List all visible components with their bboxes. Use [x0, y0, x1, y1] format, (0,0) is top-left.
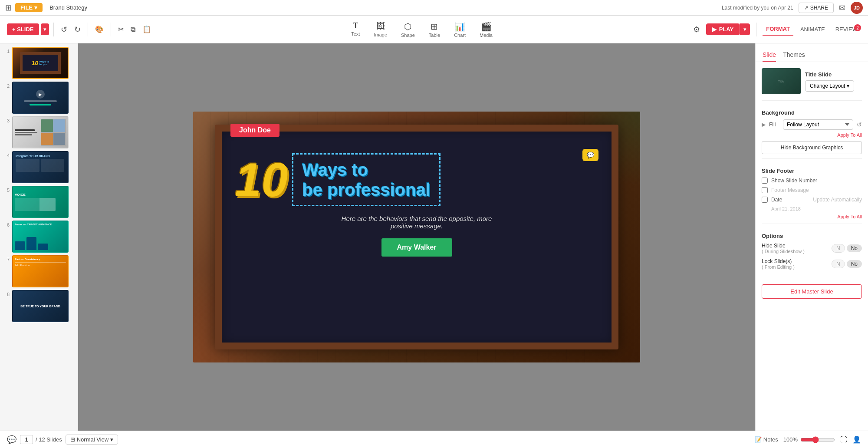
top-bar-right: Last modified by you on Apr 21 ↗ SHARE ✉… — [722, 2, 863, 14]
tab-format[interactable]: FORMAT — [763, 23, 793, 36]
grid-icon[interactable]: ⊞ — [5, 3, 12, 13]
ways-to-line: Ways to be professional — [302, 160, 431, 200]
undo-button[interactable]: ↺ — [58, 22, 70, 37]
slide-number-1: 1 — [3, 49, 10, 54]
current-page-input[interactable] — [20, 435, 33, 444]
show-slide-number-checkbox[interactable] — [762, 178, 768, 184]
slide-thumb-7[interactable]: 7 Partner Consistency Add Emotion — [3, 255, 74, 287]
text-label: Text — [351, 31, 360, 36]
lock-slide-no-value[interactable]: No — [847, 260, 862, 268]
slide-preview-5[interactable]: VOICE — [12, 186, 69, 218]
zoom-slider[interactable] — [800, 436, 835, 443]
slide-thumb-4[interactable]: 4 Integrate YOUR BRAND — [3, 151, 74, 183]
slide-thumb-1[interactable]: 1 10 Ways tobe pro — [3, 47, 74, 79]
redo-button[interactable]: ↻ — [72, 22, 83, 37]
notes-label: Notes — [763, 436, 778, 443]
slide-preview-2[interactable]: ▶ — [12, 82, 69, 114]
panel-content: Title Title Slide Change Layout ▾ Backgr… — [756, 62, 868, 280]
lock-slide-toggle[interactable]: N No — [832, 260, 862, 268]
edit-master-slide-button[interactable]: Edit Master Slide — [762, 284, 862, 299]
apply-to-all-link-footer[interactable]: Apply To All — [762, 214, 862, 219]
toggle-yes-option[interactable]: N — [832, 244, 845, 253]
slide-thumb-8[interactable]: 8 BE TRUE TO YOUR BRAND — [3, 290, 74, 322]
slide-thumb-2[interactable]: 2 ▶ — [3, 82, 74, 114]
lock-slide-label: Lock Slide(s) — [762, 258, 795, 264]
slide-preview-4[interactable]: Integrate YOUR BRAND — [12, 151, 69, 183]
number-display: 10 — [235, 156, 288, 204]
page-navigation: / 12 Slides — [20, 435, 62, 444]
slide-subtitle: Here are the behaviors that send the opp… — [342, 215, 492, 230]
comment-icon[interactable]: 💬 — [7, 435, 16, 445]
avatar[interactable]: JD — [851, 2, 863, 14]
chart-label: Chart — [454, 33, 466, 38]
hide-slide-toggle[interactable]: N No — [832, 244, 862, 253]
chevron-down-icon: ▾ — [34, 4, 37, 11]
main-area: 1 10 Ways tobe pro 2 ▶ — [0, 43, 868, 431]
tab-animate[interactable]: ANIMATE — [797, 23, 829, 35]
play-label: PLAY — [719, 26, 733, 33]
chart-icon: 📊 — [454, 21, 465, 32]
slide-preview-1[interactable]: 10 Ways tobe pro — [12, 47, 69, 79]
view-chevron-icon: ▾ — [110, 436, 113, 443]
tab-slide[interactable]: Slide — [763, 49, 776, 62]
share-button[interactable]: ↗ SHARE — [799, 3, 834, 13]
settings-button[interactable]: ⚙ — [690, 22, 703, 37]
slide-number-2: 2 — [3, 83, 10, 89]
add-slide-label: + SLIDE — [12, 26, 34, 33]
right-panel-tabs: Slide Themes — [756, 43, 868, 62]
image-label: Image — [374, 32, 387, 37]
insert-media-button[interactable]: 🎬 Media — [474, 20, 498, 40]
hide-slide-label-group: Hide Slide ( During Slideshow ) — [762, 243, 805, 254]
fullscreen-icon[interactable]: 👤 — [852, 435, 861, 444]
slide-footer-section: Slide Footer Show Slide Number Footer Me… — [762, 158, 862, 219]
slide-preview-7[interactable]: Partner Consistency Add Emotion — [12, 255, 69, 287]
slide-preview-8[interactable]: BE TRUE TO YOUR BRAND — [12, 290, 69, 322]
title-box: Ways to be professional — [292, 153, 441, 206]
date-checkbox[interactable] — [762, 197, 768, 203]
change-layout-button[interactable]: Change Layout ▾ — [805, 80, 854, 92]
insert-chart-button[interactable]: 📊 Chart — [449, 20, 471, 40]
play-button[interactable]: ▶ PLAY — [706, 23, 740, 35]
slide-panel[interactable]: 1 10 Ways tobe pro 2 ▶ — [0, 43, 78, 431]
footer-message-checkbox[interactable] — [762, 187, 768, 193]
add-slide-dropdown[interactable]: ▾ — [41, 23, 49, 35]
fill-expand-icon[interactable]: ▶ — [762, 122, 766, 128]
zoom-controls: 100% — [783, 436, 835, 443]
message-icon[interactable]: ✉ — [839, 3, 845, 13]
refresh-icon[interactable]: ↺ — [857, 121, 862, 128]
date-value: April 21, 2018 — [771, 206, 862, 211]
paint-format-button[interactable]: 🎨 — [92, 23, 106, 36]
insert-image-button[interactable]: 🖼 Image — [368, 20, 392, 40]
footer-message-row: Footer Message — [762, 187, 862, 193]
date-label: Date — [771, 197, 782, 203]
paste-button[interactable]: 📋 — [140, 23, 154, 36]
tab-review[interactable]: REVIEW 2 — [832, 23, 861, 35]
insert-shape-button[interactable]: ⬡ Shape — [396, 20, 420, 40]
cut-button[interactable]: ✂ — [115, 23, 126, 36]
hide-background-graphics-button[interactable]: Hide Background Graphics — [762, 141, 862, 154]
slide-thumb-6[interactable]: 6 Focus on TARGET AUDIENCE — [3, 221, 74, 253]
apply-to-all-link-bg[interactable]: Apply To All — [762, 132, 862, 138]
fill-label: Fill — [769, 122, 779, 128]
slide-thumb-3[interactable]: 3 — [3, 116, 74, 148]
insert-table-button[interactable]: ⊞ Table — [424, 20, 445, 40]
add-slide-button[interactable]: + SLIDE — [7, 23, 39, 35]
tab-themes[interactable]: Themes — [783, 49, 805, 62]
fill-select[interactable]: Follow Layout — [783, 119, 853, 130]
copy-button[interactable]: ⧉ — [128, 23, 138, 36]
insert-text-button[interactable]: T Text — [346, 20, 365, 40]
normal-view-button[interactable]: ⊟ Normal View ▾ — [66, 435, 118, 445]
hide-slide-no-value[interactable]: No — [847, 244, 862, 252]
fit-to-screen-icon[interactable]: ⛶ — [840, 436, 847, 444]
slide-preview-6[interactable]: Focus on TARGET AUDIENCE — [12, 221, 69, 253]
file-menu-button[interactable]: FILE ▾ — [15, 3, 43, 12]
play-dropdown-button[interactable]: ▾ — [740, 23, 750, 35]
notes-button[interactable]: 📝 Notes — [755, 436, 778, 443]
slide-thumb-5[interactable]: 5 VOICE — [3, 186, 74, 218]
slide-preview-3[interactable] — [12, 116, 69, 148]
page-total-text: / 12 Slides — [36, 436, 62, 443]
background-header: Background — [762, 109, 862, 116]
toggle-yes-lock[interactable]: N — [832, 260, 845, 268]
canvas-area[interactable]: John Doe 💬 10 — [78, 43, 755, 431]
divider-1 — [53, 23, 54, 36]
